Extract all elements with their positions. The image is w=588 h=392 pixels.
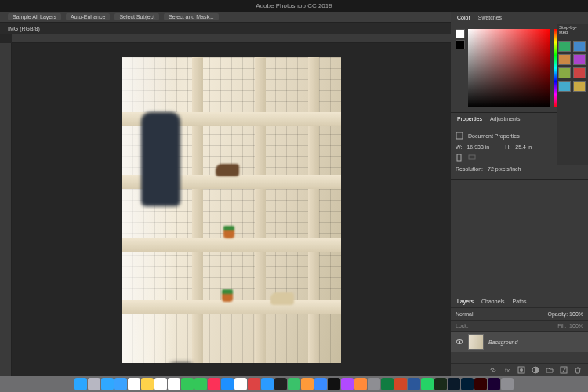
dock-app-reminders[interactable]	[154, 378, 167, 390]
dock-app-photos[interactable]	[168, 378, 180, 390]
new-layer-icon[interactable]	[560, 366, 568, 374]
fill-value[interactable]: 100%	[569, 323, 583, 328]
adjustment-layer-icon[interactable]	[532, 366, 539, 374]
dock-app-app-store[interactable]	[221, 378, 234, 390]
dock-app-books[interactable]	[354, 378, 367, 390]
library-thumb[interactable]	[558, 54, 571, 65]
dock-app-calendar[interactable]	[128, 378, 140, 390]
dock-app-safari[interactable]	[101, 378, 114, 390]
dock-app-chrome[interactable]	[234, 378, 247, 390]
library-thumb[interactable]	[558, 81, 571, 92]
dock-app-lightroom[interactable]	[448, 378, 460, 390]
dock-app-music[interactable]	[208, 378, 220, 390]
height-label: H:	[505, 144, 510, 150]
opacity-value[interactable]: 100%	[569, 311, 583, 317]
layers-panel: Layers Channels Paths Normal Opacity: 10…	[451, 296, 588, 376]
dock-app-messages[interactable]	[181, 378, 194, 390]
width-label: W:	[456, 144, 462, 150]
dock-app-terminal[interactable]	[274, 378, 287, 390]
dock-app-facetime[interactable]	[194, 378, 207, 390]
ruler-horizontal[interactable]	[12, 34, 451, 43]
macos-dock	[0, 376, 588, 392]
dock-app-finder[interactable]	[74, 378, 87, 390]
group-icon[interactable]	[546, 366, 554, 374]
layer-thumbnail[interactable]	[468, 334, 484, 350]
sample-all-layers-toggle[interactable]: Sample All Layers	[8, 13, 61, 20]
library-thumb[interactable]	[573, 67, 586, 78]
resolution-label: Resolution:	[456, 166, 483, 172]
document-tab-label: IMG (RGB/8)	[8, 26, 40, 31]
width-value[interactable]: 16.933 in	[466, 144, 489, 150]
dock-app-photoshop[interactable]	[461, 378, 474, 390]
tab-color[interactable]: Color	[457, 15, 470, 20]
properties-header: Document Properties	[468, 133, 520, 139]
orientation-landscape-icon[interactable]	[468, 154, 476, 162]
link-layers-icon[interactable]	[489, 366, 497, 374]
dock-app-launchpad[interactable]	[88, 378, 100, 390]
canvas-viewport[interactable]	[12, 43, 451, 376]
dock-app-spiral[interactable]	[248, 378, 260, 390]
svg-text:fx: fx	[505, 367, 510, 374]
tab-adjustments[interactable]: Adjustments	[490, 116, 521, 122]
background-color-swatch[interactable]	[456, 40, 465, 49]
tab-properties[interactable]: Properties	[457, 116, 482, 122]
library-thumb[interactable]	[558, 41, 571, 52]
svg-rect-1	[457, 154, 461, 161]
svg-rect-2	[469, 155, 475, 159]
app-title: Adobe Photoshop CC 2019	[256, 2, 332, 9]
layer-mask-icon[interactable]	[517, 366, 525, 374]
blend-mode-select[interactable]: Normal	[456, 311, 474, 317]
svg-point-6	[459, 341, 460, 343]
tab-channels[interactable]: Channels	[481, 299, 505, 304]
layer-row[interactable]: Background	[451, 332, 588, 352]
tab-swatches[interactable]: Swatches	[478, 15, 502, 20]
app-titlebar: Adobe Photoshop CC 2019	[0, 0, 588, 12]
dock-app-aftereffects[interactable]	[488, 378, 500, 390]
libraries-section-label: Step-by-step	[557, 24, 588, 36]
library-thumb[interactable]	[573, 41, 586, 52]
library-thumb[interactable]	[573, 81, 586, 92]
dock-app-podcasts[interactable]	[341, 378, 354, 390]
dock-app-numbers[interactable]	[288, 378, 300, 390]
dock-app-bridge[interactable]	[434, 378, 447, 390]
select-and-mask-button[interactable]: Select and Mask...	[164, 13, 219, 20]
height-value[interactable]: 25.4 in	[515, 144, 532, 150]
lock-label: Lock:	[456, 323, 469, 328]
dock-app-system[interactable]	[368, 378, 380, 390]
fill-label: Fill:	[557, 323, 566, 328]
library-thumb[interactable]	[558, 67, 571, 78]
layer-name[interactable]: Background	[488, 339, 517, 345]
dock-app-excel[interactable]	[381, 378, 394, 390]
workspace	[0, 34, 451, 376]
dock-app-pages[interactable]	[301, 378, 314, 390]
dock-app-word[interactable]	[408, 378, 420, 390]
layer-style-icon[interactable]: fx	[503, 366, 511, 374]
tab-paths[interactable]: Paths	[513, 299, 527, 304]
tab-layers[interactable]: Layers	[457, 299, 474, 304]
visibility-eye-icon[interactable]	[456, 338, 463, 346]
dock-app-trash[interactable]	[501, 378, 514, 390]
dock-app-powerpoint[interactable]	[394, 378, 407, 390]
library-thumb[interactable]	[573, 54, 586, 65]
foreground-color-swatch[interactable]	[456, 29, 465, 38]
orientation-portrait-icon[interactable]	[456, 154, 463, 162]
dock-app-mail[interactable]	[114, 378, 127, 390]
libraries-panel: Step-by-step	[557, 24, 588, 165]
dock-app-notes[interactable]	[141, 378, 154, 390]
select-subject-button[interactable]: Select Subject	[114, 13, 159, 20]
dock-app-apple-tv[interactable]	[328, 378, 340, 390]
ruler-vertical[interactable]	[0, 43, 12, 376]
auto-enhance-toggle[interactable]: Auto-Enhance	[66, 13, 110, 20]
opacity-label: Opacity:	[547, 311, 568, 317]
dock-app-whatsapp[interactable]	[421, 378, 434, 390]
canvas-image[interactable]	[122, 57, 341, 363]
svg-point-10	[520, 368, 523, 372]
resolution-value[interactable]: 72 pixels/inch	[488, 166, 521, 172]
dock-app-preview[interactable]	[261, 378, 274, 390]
svg-rect-0	[456, 132, 463, 139]
dock-app-illustrator[interactable]	[474, 378, 487, 390]
document-icon	[456, 132, 463, 140]
dock-app-keynote[interactable]	[314, 378, 327, 390]
delete-layer-icon[interactable]	[574, 366, 582, 374]
color-field[interactable]	[468, 29, 550, 107]
